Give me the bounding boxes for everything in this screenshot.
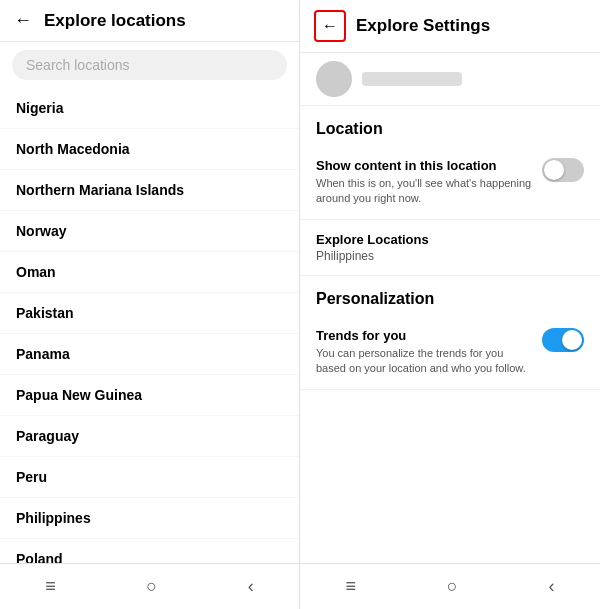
explore-locations-row[interactable]: Explore Locations Philippines <box>300 220 600 276</box>
right-panel: ← Explore Settings Location Show content… <box>300 0 600 609</box>
right-nav-back-icon[interactable]: ‹ <box>549 576 555 597</box>
location-section-label: Location <box>300 106 600 146</box>
trends-for-you-desc: You can personalize the trends for you b… <box>316 346 532 377</box>
personalization-section-label: Personalization <box>300 276 600 316</box>
location-item[interactable]: North Macedonia <box>0 129 299 170</box>
show-content-title: Show content in this location <box>316 158 532 173</box>
location-item[interactable]: Peru <box>0 457 299 498</box>
left-nav-menu-icon[interactable]: ≡ <box>45 576 56 597</box>
location-item[interactable]: Paraguay <box>0 416 299 457</box>
user-avatar <box>316 61 352 97</box>
location-item[interactable]: Philippines <box>0 498 299 539</box>
left-back-arrow[interactable]: ← <box>14 10 32 31</box>
left-header: ← Explore locations <box>0 0 299 42</box>
trends-for-you-toggle[interactable] <box>542 328 584 352</box>
explore-locations-title: Explore Locations <box>316 232 584 247</box>
left-bottom-nav: ≡ ○ ‹ <box>0 563 299 609</box>
trends-for-you-title: Trends for you <box>316 328 532 343</box>
trends-for-you-row: Trends for you You can personalize the t… <box>300 316 600 390</box>
right-nav-menu-icon[interactable]: ≡ <box>345 576 356 597</box>
user-row <box>300 53 600 106</box>
location-item[interactable]: Norway <box>0 211 299 252</box>
right-nav-home-icon[interactable]: ○ <box>447 576 458 597</box>
right-title: Explore Settings <box>356 16 490 36</box>
location-item[interactable]: Papua New Guinea <box>0 375 299 416</box>
location-item[interactable]: Northern Mariana Islands <box>0 170 299 211</box>
location-item[interactable]: Oman <box>0 252 299 293</box>
show-content-desc: When this is on, you'll see what's happe… <box>316 176 532 207</box>
left-nav-back-icon[interactable]: ‹ <box>248 576 254 597</box>
location-item[interactable]: Pakistan <box>0 293 299 334</box>
location-item[interactable]: Poland <box>0 539 299 563</box>
location-item[interactable]: Panama <box>0 334 299 375</box>
show-content-row: Show content in this location When this … <box>300 146 600 220</box>
show-content-toggle-knob <box>544 160 564 180</box>
right-back-button[interactable]: ← <box>314 10 346 42</box>
right-header: ← Explore Settings <box>300 0 600 53</box>
left-nav-home-icon[interactable]: ○ <box>146 576 157 597</box>
right-bottom-nav: ≡ ○ ‹ <box>300 563 600 609</box>
left-panel: ← Explore locations Search locations Nig… <box>0 0 300 609</box>
search-box[interactable]: Search locations <box>12 50 287 80</box>
trends-for-you-text: Trends for you You can personalize the t… <box>316 328 532 377</box>
trends-for-you-toggle-knob <box>562 330 582 350</box>
location-item[interactable]: Nigeria <box>0 88 299 129</box>
right-back-arrow-icon: ← <box>322 17 338 35</box>
show-content-text: Show content in this location When this … <box>316 158 532 207</box>
locations-list: NigeriaNorth MacedoniaNorthern Mariana I… <box>0 88 299 563</box>
username-placeholder <box>362 72 462 86</box>
explore-locations-sub: Philippines <box>316 249 584 263</box>
show-content-toggle[interactable] <box>542 158 584 182</box>
left-title: Explore locations <box>44 11 186 31</box>
